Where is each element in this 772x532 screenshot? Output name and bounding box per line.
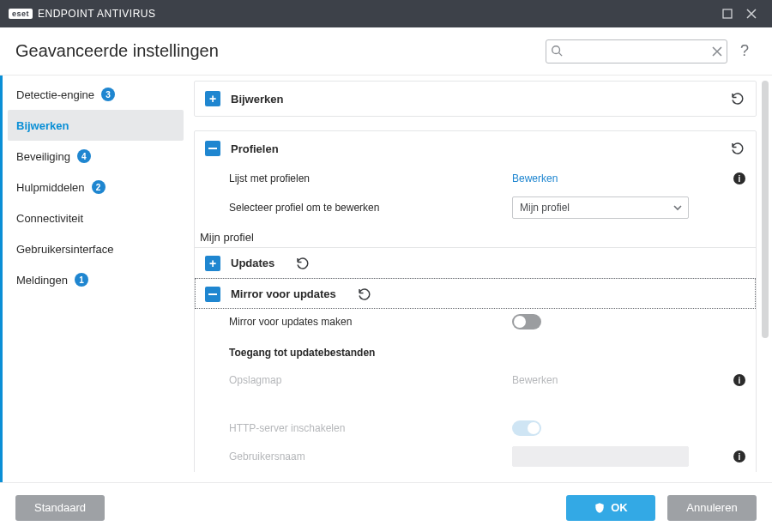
row-http: HTTP-server inschakelen (195, 415, 756, 441)
sidebar-badge: 2 (92, 180, 106, 194)
row-label: Lijst met profielen (229, 172, 512, 184)
ok-button[interactable]: OK (566, 495, 655, 521)
sidebar-item-label: Hulpmiddelen (16, 181, 85, 194)
sidebar-item-hulpmiddelen[interactable]: Hulpmiddelen 2 (8, 172, 184, 203)
profiel-select[interactable]: Mijn profiel (512, 196, 689, 219)
panel-title: Profielen (231, 142, 279, 155)
sidebar-badge: 4 (77, 149, 91, 163)
bewerken-link[interactable]: Bewerken (512, 172, 558, 184)
sidebar-item-label: Meldingen (16, 274, 68, 287)
search-wrap (546, 39, 727, 63)
info-icon[interactable]: i (733, 450, 745, 462)
shield-icon (594, 502, 606, 514)
x-icon (712, 46, 722, 57)
row-label: Opslagmap (229, 374, 512, 386)
row-profielen-select: Selecteer profiel om te bewerken Mijn pr… (195, 191, 756, 224)
sidebar-item-beveiliging[interactable]: Beveiliging 4 (8, 141, 184, 172)
content: + Bijwerken Profielen (184, 76, 772, 482)
expand-icon: + (205, 256, 220, 271)
row-label: HTTP-server inschakelen (229, 422, 512, 434)
reset-button[interactable] (730, 91, 745, 106)
reset-button[interactable] (730, 141, 745, 156)
row-username: Gebruikersnaam i (195, 441, 756, 472)
brand: eset ENDPOINT ANTIVIRUS (9, 8, 155, 20)
row-profielen-lijst: Lijst met profielen Bewerken i (195, 166, 756, 191)
sidebar: Detectie-engine 3 Bijwerken Beveiliging … (0, 76, 184, 482)
sidebar-item-connectiviteit[interactable]: Connectiviteit (8, 203, 184, 233)
ok-button-label: OK (611, 501, 628, 514)
panel-head-bijwerken[interactable]: + Bijwerken (195, 82, 756, 116)
sidebar-item-label: Gebruikersinterface (16, 243, 113, 256)
brand-product: ENDPOINT ANTIVIRUS (38, 8, 155, 20)
expand-icon: + (205, 91, 220, 106)
row-label: Gebruikersnaam (229, 450, 512, 462)
svg-rect-0 (723, 9, 732, 18)
panel-title: Bijwerken (231, 93, 283, 106)
page-title: Geavanceerde instellingen (15, 41, 219, 61)
sidebar-item-bijwerken[interactable]: Bijwerken (8, 110, 184, 141)
info-icon[interactable]: i (733, 374, 745, 386)
sidebar-badge: 3 (101, 88, 115, 101)
window-maximize-button[interactable] (715, 2, 739, 26)
panel-profielen: Profielen Lijst met profielen Bewerken i… (194, 130, 757, 472)
panel-head-mirror[interactable]: Mirror voor updates (195, 278, 756, 309)
content-scroll[interactable]: + Bijwerken Profielen (194, 81, 757, 472)
close-icon (746, 9, 757, 19)
search-input[interactable] (546, 39, 727, 63)
sidebar-item-gebruikersinterface[interactable]: Gebruikersinterface (8, 233, 184, 264)
panel-bijwerken: + Bijwerken (194, 81, 757, 117)
default-button[interactable]: Standaard (15, 495, 105, 521)
reset-button[interactable] (357, 287, 372, 302)
search-clear-button[interactable] (712, 45, 722, 60)
sidebar-item-label: Detectie-engine (16, 88, 94, 101)
collapse-icon (205, 141, 220, 156)
profile-heading: Mijn profiel (195, 224, 756, 247)
panel-title: Mirror voor updates (231, 287, 336, 300)
undo-icon (730, 91, 745, 106)
toggle-mirror-make[interactable] (512, 314, 541, 329)
panel-head-profielen[interactable]: Profielen (195, 131, 756, 166)
sidebar-badge: 1 (75, 273, 88, 287)
undo-icon (295, 256, 311, 271)
row-mirror-make: Mirror voor updates maken (195, 309, 756, 335)
sidebar-item-meldingen[interactable]: Meldingen 1 (8, 264, 184, 295)
row-label: Mirror voor updates maken (229, 316, 512, 328)
info-icon[interactable]: i (733, 172, 745, 184)
panel-title: Updates (231, 257, 274, 269)
svg-point-1 (552, 45, 560, 53)
footer: Standaard OK Annuleren (0, 482, 772, 532)
cancel-button[interactable]: Annuleren (667, 495, 757, 521)
username-input (512, 446, 689, 467)
titlebar: eset ENDPOINT ANTIVIRUS (0, 0, 772, 27)
sidebar-item-label: Bijwerken (16, 119, 69, 132)
undo-icon (730, 141, 745, 156)
sidebar-item-detectie-engine[interactable]: Detectie-engine 3 (8, 79, 184, 110)
bewerken-link-disabled: Bewerken (512, 374, 558, 386)
undo-icon (357, 287, 372, 302)
toggle-http-server (512, 420, 541, 436)
row-storage: Opslagmap Bewerken i (195, 367, 756, 393)
select-value: Mijn profiel (520, 202, 570, 214)
header: Geavanceerde instellingen ? (0, 27, 772, 76)
sidebar-item-label: Beveiliging (16, 150, 70, 163)
collapse-icon (205, 287, 220, 302)
search-icon (551, 45, 563, 60)
scrollbar[interactable] (762, 81, 769, 338)
help-button[interactable]: ? (733, 39, 757, 63)
brand-logo: eset (9, 9, 33, 19)
window-close-button[interactable] (739, 2, 763, 26)
row-label: Selecteer profiel om te bewerken (229, 202, 512, 214)
chevron-down-icon (672, 203, 683, 215)
sidebar-item-label: Connectiviteit (16, 212, 83, 225)
section-access-title: Toegang tot updatebestanden (195, 335, 756, 367)
panel-head-updates[interactable]: + Updates (195, 247, 756, 278)
maximize-icon (722, 9, 733, 19)
reset-button[interactable] (295, 256, 311, 271)
